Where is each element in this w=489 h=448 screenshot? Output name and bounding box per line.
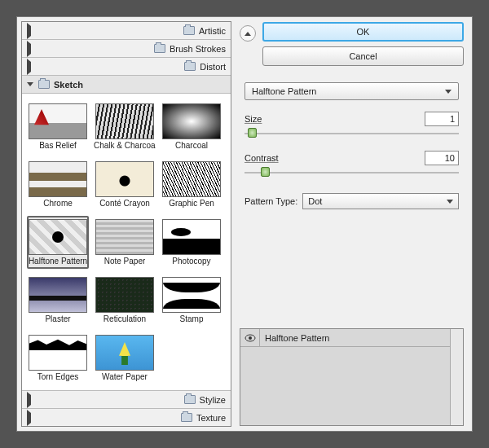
filter-gallery-dialog: Artistic Brush Strokes Distort Sketch Ba…: [16, 16, 473, 432]
eye-icon: [244, 334, 256, 342]
thumb-charcoal[interactable]: Charcoal: [161, 100, 222, 153]
folder-icon: [154, 44, 165, 53]
collapse-button[interactable]: [240, 25, 256, 42]
filter-tree-panel: Artistic Brush Strokes Distort Sketch Ba…: [21, 21, 231, 427]
category-distort[interactable]: Distort: [22, 58, 231, 76]
pattern-type-label: Pattern Type:: [244, 196, 297, 206]
disclosure-icon: [27, 82, 33, 86]
filter-select[interactable]: Halftone Pattern: [244, 82, 459, 100]
thumb-stamp[interactable]: Stamp: [161, 274, 222, 327]
thumbnail-gallery: Bas Relief Chalk & Charcoal Charcoal Chr…: [22, 94, 231, 390]
thumb-reticulation[interactable]: Reticulation: [94, 274, 156, 327]
chevron-down-icon: [445, 90, 452, 94]
size-slider[interactable]: [244, 128, 459, 139]
category-label: Artistic: [199, 26, 226, 36]
thumb-photocopy[interactable]: Photocopy: [161, 216, 222, 269]
category-artistic[interactable]: Artistic: [22, 22, 231, 40]
disclosure-icon: [27, 41, 149, 57]
category-label: Stylize: [200, 395, 226, 405]
thumb-plaster[interactable]: Plaster: [27, 274, 89, 327]
disclosure-icon: [27, 392, 179, 408]
effect-layer-row[interactable]: Halftone Pattern: [240, 329, 463, 347]
category-label: Brush Strokes: [170, 44, 226, 54]
category-stylize[interactable]: Stylize: [22, 390, 231, 408]
thumb-graphic-pen[interactable]: Graphic Pen: [161, 158, 222, 211]
size-input[interactable]: [425, 112, 459, 126]
effect-layers-panel: Halftone Pattern: [240, 328, 464, 426]
folder-icon: [184, 62, 196, 71]
thumb-torn-edges[interactable]: Torn Edges: [27, 332, 89, 384]
thumb-halftone-pattern[interactable]: Halftone Pattern: [27, 216, 89, 269]
chevron-up-icon: [244, 32, 251, 36]
disclosure-icon: [27, 59, 179, 75]
visibility-toggle[interactable]: [240, 329, 260, 347]
category-brush-strokes[interactable]: Brush Strokes: [22, 40, 231, 58]
effect-layer-name: Halftone Pattern: [260, 333, 330, 343]
scrollbar[interactable]: [450, 329, 463, 425]
disclosure-icon: [27, 410, 176, 426]
pattern-type-select[interactable]: Dot: [302, 193, 459, 209]
category-label: Sketch: [54, 80, 83, 90]
thumb-chrome[interactable]: Chrome: [27, 158, 89, 211]
thumb-bas-relief[interactable]: Bas Relief: [27, 100, 89, 153]
thumb-conte-crayon[interactable]: Conté Crayon: [94, 158, 156, 211]
category-label: Texture: [196, 413, 226, 423]
slider-handle[interactable]: [261, 167, 270, 177]
thumb-water-paper[interactable]: Water Paper: [94, 332, 156, 384]
disclosure-icon: [27, 23, 178, 39]
folder-icon: [181, 413, 192, 422]
contrast-label: Contrast: [244, 153, 279, 163]
folder-icon: [38, 80, 50, 89]
cancel-button[interactable]: Cancel: [262, 46, 464, 66]
size-label: Size: [244, 114, 262, 124]
svg-point-1: [249, 336, 252, 340]
chevron-down-icon: [447, 200, 453, 204]
slider-handle[interactable]: [248, 128, 257, 138]
category-label: Distort: [200, 62, 226, 72]
contrast-slider[interactable]: [244, 167, 459, 178]
contrast-input[interactable]: [425, 151, 459, 165]
category-sketch[interactable]: Sketch: [22, 76, 231, 94]
thumb-note-paper[interactable]: Note Paper: [94, 216, 156, 269]
folder-icon: [183, 26, 195, 35]
thumb-chalk-charcoal[interactable]: Chalk & Charcoal: [94, 100, 156, 153]
settings-panel: OK Cancel Halftone Pattern Size Contrast…: [231, 17, 472, 431]
ok-button[interactable]: OK: [262, 22, 464, 42]
category-texture[interactable]: Texture: [22, 408, 231, 426]
folder-icon: [184, 395, 196, 404]
